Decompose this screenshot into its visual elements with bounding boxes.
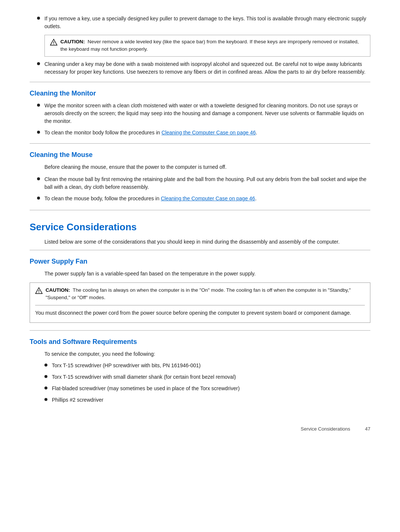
list-item: To clean the monitor body follow the pro… xyxy=(30,129,370,137)
list-item: Phillips #2 screwdriver xyxy=(37,396,370,404)
service-considerations-section: Service Considerations Listed below are … xyxy=(30,221,370,246)
service-intro-text: Listed below are some of the considerati… xyxy=(30,238,370,246)
caution-2-label: CAUTION: xyxy=(46,287,70,293)
bullet-icon xyxy=(37,62,40,65)
caution-row-2: ! CAUTION: The cooling fan is always on … xyxy=(35,287,365,306)
tools-section: Tools and Software Requirements To servi… xyxy=(30,338,370,404)
bullet-icon xyxy=(37,177,40,180)
footer-page-number: 47 xyxy=(365,426,370,432)
footer-section-label: Service Considerations xyxy=(301,426,350,432)
mouse-bullet-1: Clean the mouse ball by first removing t… xyxy=(44,175,370,191)
bullet-icon xyxy=(37,197,40,200)
power-body-text: You must disconnect the power cord from … xyxy=(35,309,365,317)
caution-triangle-icon-2: ! xyxy=(35,287,43,294)
key-removal-text: If you remove a key, use a specially des… xyxy=(44,15,370,30)
bullet-icon xyxy=(37,17,40,20)
tools-intro-text: To service the computer, you need the fo… xyxy=(30,350,370,358)
bullet-icon xyxy=(37,104,40,107)
list-item: To clean the mouse body, follow the proc… xyxy=(30,195,370,203)
key-cleaning-text: Cleaning under a key may be done with a … xyxy=(44,60,370,76)
mouse-bullet-2: To clean the mouse body, follow the proc… xyxy=(44,195,370,203)
monitor-bullet-1: Wipe the monitor screen with a clean clo… xyxy=(44,102,370,125)
monitor-bullet-2: To clean the monitor body follow the pro… xyxy=(44,129,370,137)
bullet-icon xyxy=(44,387,47,389)
power-supply-fan-heading: Power Supply Fan xyxy=(30,258,370,265)
caution-triangle-icon: ! xyxy=(50,39,57,46)
bullet-icon xyxy=(44,398,47,401)
mouse-intro-text: Before cleaning the mouse, ensure that t… xyxy=(30,163,370,171)
cleaning-monitor-heading: Cleaning the Monitor xyxy=(30,90,370,97)
mouse-case-link[interactable]: Cleaning the Computer Case on page 46 xyxy=(161,195,255,201)
bullet-icon xyxy=(37,131,40,134)
caution-1-text: CAUTION: Never remove a wide leveled key… xyxy=(60,38,365,53)
power-intro-text: The power supply fan is a variable-speed… xyxy=(30,270,370,278)
tools-bullet-1: Torx T-15 screwdriver (HP screwdriver wi… xyxy=(52,362,370,369)
bullet-icon xyxy=(44,364,47,367)
list-item: Cleaning under a key may be done with a … xyxy=(30,60,370,76)
cleaning-mouse-section: Cleaning the Mouse Before cleaning the m… xyxy=(30,151,370,203)
caution-2-text: CAUTION: The cooling fan is always on wh… xyxy=(46,287,365,302)
list-item: Wipe the monitor screen with a clean clo… xyxy=(30,102,370,125)
power-supply-fan-section: Power Supply Fan The power supply fan is… xyxy=(30,258,370,323)
tools-heading: Tools and Software Requirements xyxy=(30,338,370,346)
cleaning-mouse-heading: Cleaning the Mouse xyxy=(30,151,370,159)
monitor-case-link[interactable]: Cleaning the Computer Case on page 46 xyxy=(161,130,256,135)
list-item: If you remove a key, use a specially des… xyxy=(30,15,370,30)
caution-box-1: ! CAUTION: Never remove a wide leveled k… xyxy=(44,35,370,57)
tools-bullet-4: Phillips #2 screwdriver xyxy=(52,396,370,404)
power-caution-container: ! CAUTION: The cooling fan is always on … xyxy=(30,282,370,323)
list-item: Flat-bladed screwdriver (may sometimes b… xyxy=(37,385,370,392)
svg-text:!: ! xyxy=(38,289,40,294)
caution-1-label: CAUTION: xyxy=(60,39,85,44)
list-item: Torx T-15 screwdriver with small diamete… xyxy=(37,373,370,381)
svg-text:!: ! xyxy=(53,41,54,45)
tools-bullet-3: Flat-bladed screwdriver (may sometimes b… xyxy=(52,385,370,392)
tools-bullet-2: Torx T-15 screwdriver with small diamete… xyxy=(52,373,370,381)
bullet-icon xyxy=(44,375,47,378)
cleaning-monitor-section: Cleaning the Monitor Wipe the monitor sc… xyxy=(30,90,370,137)
service-considerations-heading: Service Considerations xyxy=(30,221,370,233)
page-footer: Service Considerations 47 xyxy=(30,426,370,432)
list-item: Torx T-15 screwdriver (HP screwdriver wi… xyxy=(37,362,370,369)
list-item: Clean the mouse ball by first removing t… xyxy=(30,175,370,191)
